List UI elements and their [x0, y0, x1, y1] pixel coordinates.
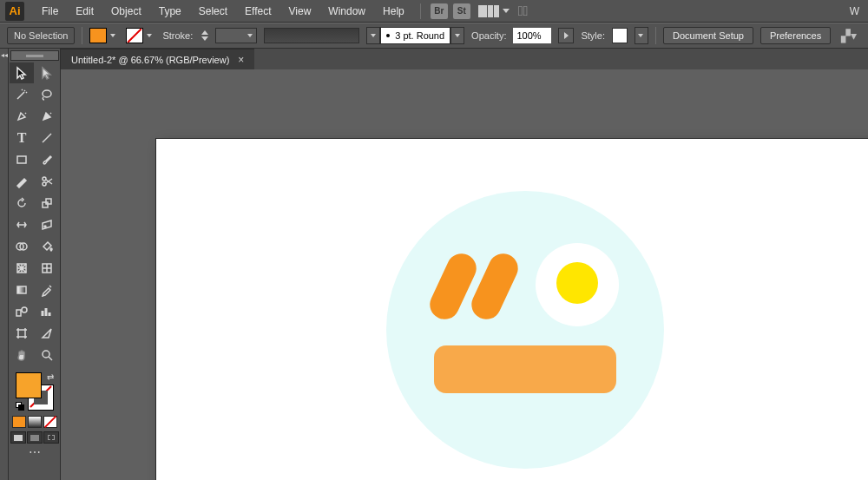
shape-orange-bar[interactable] — [434, 345, 616, 393]
color-mode-gradient[interactable] — [28, 416, 42, 428]
artboard[interactable] — [156, 139, 868, 480]
type-tool[interactable]: T — [10, 128, 34, 148]
menu-effect[interactable]: Effect — [236, 0, 279, 23]
shaper-tool[interactable] — [10, 171, 34, 192]
free-transform-tool[interactable] — [35, 214, 59, 235]
screen-mode-row — [10, 431, 59, 444]
expand-panels-icon[interactable]: ◂◂ — [1, 51, 8, 59]
mesh-tool[interactable] — [35, 258, 59, 279]
document-setup-button[interactable]: Document Setup — [663, 27, 753, 44]
svg-rect-3 — [43, 202, 48, 207]
svg-rect-4 — [46, 199, 51, 204]
menu-type[interactable]: Type — [150, 0, 190, 23]
width-tool[interactable] — [10, 214, 34, 235]
preferences-button[interactable]: Preferences — [760, 27, 831, 44]
menu-edit[interactable]: Edit — [67, 0, 102, 23]
document-tab-title: Untitled-2* @ 66.67% (RGB/Preview) — [71, 55, 229, 65]
magic-wand-tool[interactable] — [10, 84, 34, 105]
eyedropper-tool[interactable] — [35, 279, 59, 300]
opacity-label: Opacity: — [471, 30, 506, 41]
arrange-documents-icon[interactable] — [478, 5, 499, 17]
fill-swatch[interactable] — [89, 28, 107, 43]
zoom-tool[interactable] — [35, 345, 59, 365]
lasso-tool[interactable] — [35, 84, 59, 105]
stroke-swatch-dropdown[interactable] — [126, 28, 155, 43]
bullet-icon — [386, 34, 390, 37]
menu-select[interactable]: Select — [190, 0, 236, 23]
graphic-style-swatch[interactable] — [612, 28, 628, 43]
menu-object[interactable]: Object — [102, 0, 150, 23]
svg-point-1 — [43, 177, 46, 181]
artwork-group[interactable] — [386, 191, 664, 469]
menu-bar: Ai File Edit Object Type Select Effect V… — [0, 0, 868, 23]
edit-toolbar-icon[interactable]: ⋯ — [29, 445, 41, 459]
collapsed-panel-strip[interactable]: ◂◂ — [0, 49, 9, 480]
stroke-weight-stepper[interactable] — [201, 30, 208, 41]
color-mode-solid[interactable] — [12, 416, 26, 428]
fill-stroke-indicator[interactable]: ⇄ — [16, 372, 54, 411]
fill-swatch-dropdown[interactable] — [89, 28, 119, 43]
gradient-tool[interactable] — [10, 279, 34, 300]
menu-window[interactable]: Window — [319, 0, 374, 23]
hand-tool[interactable] — [10, 345, 34, 365]
swap-fill-stroke-icon[interactable]: ⇄ — [47, 372, 54, 382]
slice-tool[interactable] — [35, 323, 59, 344]
draw-behind-icon[interactable] — [27, 431, 43, 444]
divider — [82, 27, 82, 44]
document-tab-bar: Untitled-2* @ 66.67% (RGB/Preview) × — [61, 49, 868, 69]
bridge-icon[interactable]: Br — [431, 3, 448, 19]
fill-color-box[interactable] — [16, 372, 42, 398]
workspace-label[interactable]: W — [850, 5, 863, 17]
control-bar: No Selection Stroke: 3 pt. Round Opacity… — [0, 23, 868, 49]
rectangle-tool[interactable] — [10, 149, 34, 170]
brush-prev-dd[interactable] — [366, 27, 380, 44]
menu-help[interactable]: Help — [374, 0, 413, 23]
stroke-label: Stroke: — [162, 30, 193, 41]
divider — [655, 27, 656, 44]
variable-width-profile[interactable] — [264, 28, 359, 43]
svg-rect-11 — [16, 310, 21, 316]
live-paint-bucket-tool[interactable] — [35, 236, 59, 257]
artboard-tool[interactable] — [10, 323, 34, 344]
opacity-field[interactable]: 100% — [513, 28, 551, 43]
stroke-weight-field[interactable] — [215, 28, 257, 43]
sync-icon[interactable]: ✓⃕ — [518, 3, 529, 19]
shape-egg-yolk[interactable] — [556, 262, 598, 304]
close-icon[interactable]: × — [238, 54, 244, 66]
selection-tool[interactable] — [10, 62, 34, 83]
blend-tool[interactable] — [10, 301, 34, 322]
document-tab[interactable]: Untitled-2* @ 66.67% (RGB/Preview) × — [61, 49, 254, 69]
align-flyout-icon[interactable]: ▞▾ — [841, 29, 857, 43]
default-fill-stroke-icon[interactable] — [16, 402, 24, 411]
pen-tool[interactable] — [10, 106, 34, 127]
brush-next-dd[interactable] — [450, 27, 464, 44]
brush-definition-dropdown[interactable]: 3 pt. Round — [380, 27, 450, 44]
rotate-tool[interactable] — [10, 193, 34, 214]
shape-background-circle[interactable] — [386, 191, 664, 469]
stroke-swatch-none[interactable] — [126, 28, 143, 43]
graphic-style-dd[interactable] — [635, 27, 648, 44]
scissors-tool[interactable] — [35, 171, 59, 192]
menu-file[interactable]: File — [33, 0, 67, 23]
chevron-down-icon — [110, 34, 115, 37]
selection-indicator: No Selection — [7, 27, 75, 44]
paintbrush-tool[interactable] — [35, 149, 59, 170]
tools-panel-grip[interactable] — [10, 50, 59, 61]
color-mode-none[interactable] — [43, 416, 57, 428]
chevron-down-icon[interactable] — [503, 9, 510, 13]
opacity-popup-button[interactable] — [558, 28, 574, 43]
app-logo: Ai — [5, 2, 24, 21]
draw-normal-icon[interactable] — [10, 431, 26, 444]
stock-icon[interactable]: St — [453, 3, 470, 19]
line-segment-tool[interactable] — [35, 128, 59, 148]
menu-view[interactable]: View — [280, 0, 320, 23]
canvas[interactable] — [61, 69, 868, 480]
draw-inside-icon[interactable] — [43, 431, 59, 444]
column-graph-tool[interactable] — [35, 301, 59, 322]
perspective-grid-tool[interactable] — [10, 258, 34, 279]
shape-builder-tool[interactable] — [10, 236, 34, 257]
curvature-tool[interactable] — [35, 106, 59, 127]
scale-tool[interactable] — [35, 193, 59, 214]
chevron-down-icon — [147, 34, 152, 37]
direct-selection-tool[interactable] — [35, 62, 59, 83]
